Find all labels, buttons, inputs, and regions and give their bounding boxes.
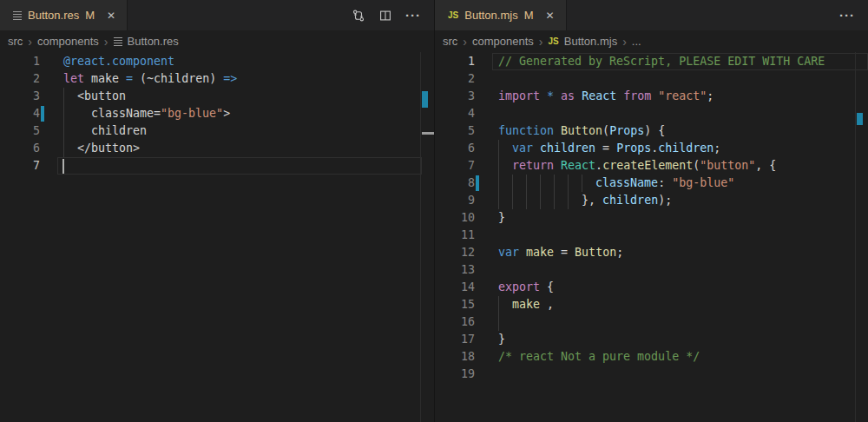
line-number: 8 (435, 175, 475, 192)
indent-guide (512, 175, 513, 192)
chevron-right-icon: › (28, 36, 32, 48)
indent-guide (512, 192, 513, 209)
indent-guide (582, 175, 582, 192)
code-editor[interactable]: 1@react.component2let make = (~children)… (0, 52, 434, 422)
editor-actions: ··· (352, 0, 434, 30)
code-line-3[interactable]: 3import * as React from "react"; (435, 88, 868, 105)
indent-guide (540, 192, 541, 209)
gutter-modified-marker (476, 175, 479, 191)
breadcrumb-item-components[interactable]: components (37, 35, 99, 48)
indent-guide (63, 140, 64, 157)
code-line-3[interactable]: 3 <button (0, 88, 434, 105)
overview-ruler[interactable] (855, 52, 856, 422)
line-number: 1 (0, 53, 40, 70)
close-icon[interactable]: ✕ (104, 10, 118, 22)
code-line-11[interactable]: 11 (435, 227, 868, 244)
code-line-19[interactable]: 19 (435, 366, 868, 383)
split-editor-icon[interactable] (378, 9, 392, 23)
more-actions-icon[interactable]: ··· (839, 9, 855, 23)
close-icon[interactable]: ✕ (543, 10, 557, 22)
code-line-9[interactable]: 9 }, children); (435, 192, 868, 209)
modified-badge: M (524, 9, 534, 22)
indent-guide (498, 140, 499, 157)
code-line-14[interactable]: 14export { (435, 279, 868, 296)
indent-guide (498, 313, 499, 331)
editor-pane-left: Button.res M ✕ (0, 0, 434, 422)
tab-bar: Button.res M ✕ (0, 0, 434, 30)
indent-guide (526, 175, 527, 192)
code-line-16[interactable]: 16 (435, 313, 868, 331)
code-line-5[interactable]: 5function Button(Props) { (435, 122, 868, 140)
code-line-1[interactable]: 1// Generated by ReScript, PLEASE EDIT W… (435, 53, 868, 70)
modified-badge: M (85, 9, 95, 22)
code-line-15[interactable]: 15 make , (435, 296, 868, 313)
breadcrumb-item-symbol[interactable]: ... (632, 35, 641, 48)
code-line-2[interactable]: 2 (435, 70, 868, 88)
overview-modified-marker (857, 113, 863, 125)
breadcrumb: src › components › JS Button.mjs › ... (435, 30, 868, 52)
chevron-right-icon: › (539, 36, 543, 48)
indent-guide (498, 192, 499, 209)
js-file-icon: JS (448, 10, 458, 20)
indent-guide (498, 157, 499, 175)
code-line-8[interactable]: 8 className: "bg-blue" (435, 175, 868, 192)
code-line-12[interactable]: 12var make = Button; (435, 244, 868, 261)
indent-guide (63, 105, 64, 122)
tab-button-mjs[interactable]: JS Button.mjs M ✕ (435, 0, 567, 30)
code-line-4[interactable]: 4 (435, 105, 868, 122)
line-number: 9 (435, 192, 475, 209)
breadcrumb-item-components[interactable]: components (472, 35, 534, 48)
breadcrumb-item-file[interactable]: Button.mjs (564, 35, 617, 48)
code-line-18[interactable]: 18/* react Not a pure module */ (435, 348, 868, 366)
line-number: 11 (435, 227, 475, 244)
indent-guide (63, 88, 64, 105)
breadcrumb-item-src[interactable]: src (8, 35, 23, 48)
code-line-7[interactable]: 7 (0, 157, 434, 175)
code-line-6[interactable]: 6 var children = Props.children; (435, 140, 868, 157)
compare-changes-icon[interactable] (352, 9, 365, 23)
code-line-13[interactable]: 13 (435, 261, 868, 279)
tab-label: Button.res (28, 9, 79, 22)
text-cursor (62, 159, 64, 174)
chevron-right-icon: › (104, 36, 108, 48)
line-number: 6 (0, 140, 40, 157)
overview-cursor-marker (422, 132, 434, 135)
indent-guide (554, 175, 555, 192)
indent-guide (568, 175, 569, 192)
tab-button-res[interactable]: Button.res M ✕ (0, 0, 128, 30)
line-number: 15 (435, 296, 475, 313)
editor-actions: ··· (839, 0, 868, 30)
code-line-4[interactable]: 4 className="bg-blue"> (0, 105, 434, 122)
line-number: 13 (435, 261, 475, 279)
code-lines: 1@react.component2let make = (~children)… (0, 53, 434, 175)
indent-guide (540, 175, 541, 192)
res-file-icon (114, 36, 122, 47)
line-number: 18 (435, 348, 475, 366)
code-line-1[interactable]: 1@react.component (0, 53, 434, 70)
line-number: 1 (435, 53, 475, 70)
tab-bar: JS Button.mjs M ✕ ··· (435, 0, 868, 30)
res-file-icon (13, 10, 22, 21)
overview-ruler[interactable] (420, 52, 421, 422)
code-line-17[interactable]: 17} (435, 331, 868, 348)
code-line-7[interactable]: 7 return React.createElement("button", { (435, 157, 868, 175)
breadcrumb-item-src[interactable]: src (443, 35, 457, 48)
line-number: 3 (435, 88, 475, 105)
code-line-6[interactable]: 6 </button> (0, 140, 434, 157)
indent-guide (63, 122, 64, 140)
code-line-5[interactable]: 5 children (0, 122, 434, 140)
code-line-2[interactable]: 2let make = (~children) => (0, 70, 434, 88)
line-number: 7 (435, 157, 475, 175)
more-actions-icon[interactable]: ··· (405, 9, 421, 23)
indent-guide (554, 192, 555, 209)
breadcrumb-item-file[interactable]: Button.res (128, 35, 179, 48)
breadcrumb: src › components › Button.res (0, 30, 434, 52)
line-number: 2 (0, 70, 40, 88)
line-number: 6 (435, 140, 475, 157)
code-line-10[interactable]: 10} (435, 209, 868, 227)
line-number: 7 (0, 157, 40, 175)
line-number: 5 (435, 122, 475, 140)
code-editor[interactable]: 1// Generated by ReScript, PLEASE EDIT W… (435, 52, 868, 422)
line-number: 17 (435, 331, 475, 348)
line-number: 12 (435, 244, 475, 261)
